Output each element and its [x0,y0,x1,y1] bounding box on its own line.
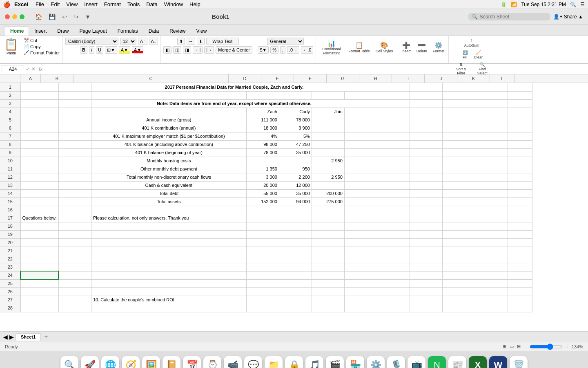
cell-a13[interactable] [20,181,58,189]
cell-k14[interactable] [475,189,508,197]
cell-k20[interactable] [475,238,508,247]
cell-l5[interactable] [508,116,532,124]
dock-security[interactable]: 🔒 [285,356,303,368]
cell-g5[interactable] [344,116,377,124]
cell-b14[interactable] [58,189,91,197]
cell-g24[interactable] [344,271,377,279]
search-sheet-label[interactable]: Search Sheet [479,14,509,20]
cell-e5[interactable]: 78 000 [279,116,312,124]
cell-i25[interactable] [410,279,442,287]
cell-a19[interactable] [20,230,58,238]
bold-button[interactable]: B [80,46,87,54]
zoom-slider[interactable] [530,343,562,350]
col-header-l[interactable]: L [490,74,514,83]
menu-data[interactable]: Data [144,1,160,7]
cell-i2[interactable] [410,91,442,99]
paste-button[interactable]: 📋 [4,38,18,51]
cell-e18[interactable] [279,222,312,230]
cell-d25[interactable] [246,279,279,287]
row-header-17[interactable]: 17 [0,214,20,222]
autosum-button[interactable]: Σ AutoSum [463,38,481,48]
cell-f2[interactable] [312,91,344,99]
cell-i8[interactable] [410,140,442,148]
cell-c27[interactable]: 10. Calculate the couple's combined ROI. [91,296,246,304]
cell-h12[interactable] [377,173,410,181]
col-header-d[interactable]: D [229,74,261,83]
cell-d26[interactable] [246,287,279,296]
cell-j23[interactable] [442,263,475,271]
sheet-tab-sheet1[interactable]: Sheet1 [16,333,41,341]
cell-k7[interactable] [475,132,508,140]
cell-l23[interactable] [508,263,532,271]
cell-g19[interactable] [344,230,377,238]
cell-e15[interactable]: 94 000 [279,197,312,206]
row-header-3[interactable]: 3 [0,99,20,108]
align-top-button[interactable]: ⬆ [177,38,185,45]
cell-c5[interactable]: Annual income (gross) [91,116,246,124]
cell-l9[interactable] [508,148,532,157]
cell-j19[interactable] [442,230,475,238]
cell-l6[interactable] [508,124,532,132]
cell-i17[interactable] [410,214,442,222]
cell-b10[interactable] [58,157,91,165]
row-header-2[interactable]: 2 [0,91,20,99]
col-header-k[interactable]: K [457,74,490,83]
delete-cells-button[interactable]: ➖ Delete [415,41,429,54]
cell-g21[interactable] [344,247,377,255]
cell-g9[interactable] [344,148,377,157]
indent-decrease-button[interactable]: ←| [193,46,203,54]
cell-f22[interactable] [312,255,344,263]
cell-b2[interactable] [58,91,91,99]
cell-l22[interactable] [508,255,532,263]
row-header-15[interactable]: 15 [0,197,20,206]
cell-c6[interactable]: 401 K contribution (annual) [91,124,246,132]
menu-window[interactable]: Window [162,1,185,7]
cell-a21[interactable] [20,247,58,255]
maximize-button[interactable] [20,14,24,19]
cell-k25[interactable] [475,279,508,287]
cell-d11[interactable]: 1 350 [246,165,279,173]
col-header-b[interactable]: B [41,74,74,83]
cell-i11[interactable] [410,165,442,173]
cell-c13[interactable]: Cash & cash equivalent [91,181,246,189]
grid-container[interactable]: 12017 Personal Financial Data for Marrie… [0,83,588,331]
cell-e28[interactable] [279,304,312,312]
align-middle-button[interactable]: ↔ [187,38,195,45]
cell-f9[interactable] [312,148,344,157]
menu-edit[interactable]: Edit [48,1,62,7]
cell-b3[interactable] [58,99,91,108]
cell-b20[interactable] [58,238,91,247]
cell-k6[interactable] [475,124,508,132]
cell-j24[interactable] [442,271,475,279]
cell-h27[interactable] [377,296,410,304]
cell-f8[interactable] [312,140,344,148]
row-header-7[interactable]: 7 [0,132,20,140]
cell-l16[interactable] [508,206,532,214]
row-header-9[interactable]: 9 [0,148,20,157]
cell-i13[interactable] [410,181,442,189]
currency-button[interactable]: $▼ [258,46,269,54]
cell-d23[interactable] [246,263,279,271]
tab-home[interactable]: Home [5,26,29,36]
cell-a7[interactable] [20,132,58,140]
cell-f24[interactable] [312,271,344,279]
row-header-23[interactable]: 23 [0,263,20,271]
cell-c21[interactable] [91,247,246,255]
cell-l2[interactable] [508,91,532,99]
cell-c23[interactable] [91,263,246,271]
cell-j26[interactable] [442,287,475,296]
cell-c11[interactable]: Other monthly debt payment [91,165,246,173]
cell-a14[interactable] [20,189,58,197]
cell-a22[interactable] [20,255,58,263]
cell-i19[interactable] [410,230,442,238]
tab-formulas[interactable]: Formulas [112,26,143,36]
cell-h16[interactable] [377,206,410,214]
cell-j9[interactable] [442,148,475,157]
cell-e2[interactable] [279,91,312,99]
cell-b21[interactable] [58,247,91,255]
cell-b1[interactable] [58,83,91,91]
cell-a25[interactable] [20,279,58,287]
cell-g6[interactable] [344,124,377,132]
cell-j13[interactable] [442,181,475,189]
cell-l19[interactable] [508,230,532,238]
